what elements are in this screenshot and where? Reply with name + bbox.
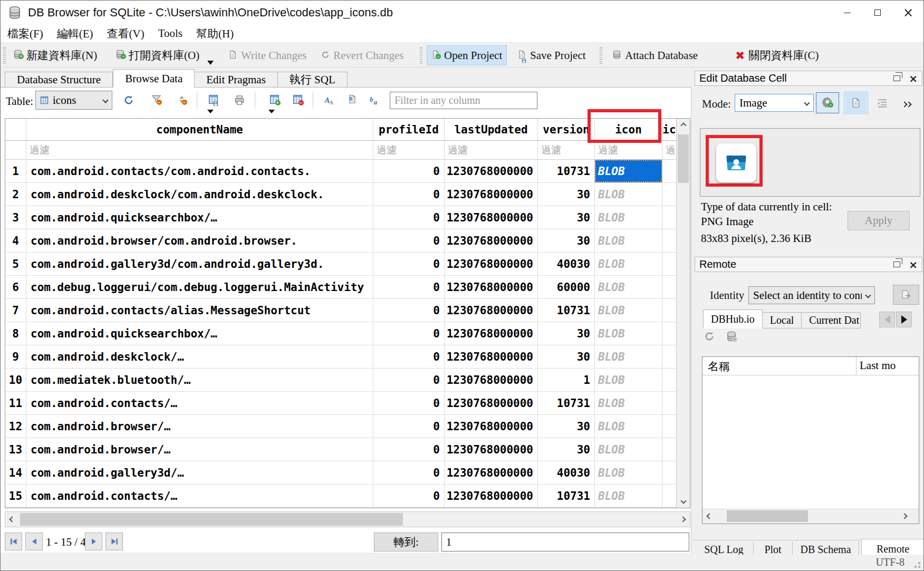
table-selector[interactable]: icons <box>35 91 112 110</box>
identity-upload-button[interactable] <box>893 285 919 305</box>
filter-cell[interactable] <box>538 141 595 159</box>
cell-componentName[interactable]: com.android.contacts/alias.MessageShortc… <box>26 299 373 322</box>
scroll-up-button[interactable] <box>677 119 690 132</box>
close-dock-icon[interactable]: × <box>909 258 918 271</box>
cell-lastUpdated[interactable]: 1230768000000 <box>445 253 538 275</box>
cell-clipped[interactable] <box>662 461 676 484</box>
cell-lastUpdated[interactable]: 1230768000000 <box>445 322 538 345</box>
row-number-cell[interactable]: 15 <box>5 485 26 507</box>
cell-clipped[interactable] <box>662 299 676 322</box>
cell-version[interactable]: 10731 <box>538 392 595 414</box>
cell-version[interactable]: 30 <box>538 438 595 461</box>
cell-icon-blob[interactable]: BLOB <box>595 299 662 322</box>
delete-record-button[interactable]: − <box>290 92 305 109</box>
column-header-icon[interactable]: icon <box>595 119 662 140</box>
cell-lastUpdated[interactable]: 1230768000000 <box>445 160 538 182</box>
toolbar-grip[interactable] <box>420 47 422 64</box>
remote-column-name[interactable]: 名稱 <box>702 357 856 375</box>
cell-version[interactable]: 30 <box>538 415 595 438</box>
next-page-button[interactable] <box>85 533 102 550</box>
float-dock-icon[interactable] <box>893 262 900 267</box>
cell-profileId[interactable]: 0 <box>373 438 445 461</box>
cell-icon-blob[interactable]: BLOB <box>595 276 662 298</box>
cell-componentName[interactable]: com.debug.loggerui/com.debug.loggerui.Ma… <box>26 276 373 298</box>
cell-version[interactable]: 40030 <box>538 461 595 484</box>
save-table-button[interactable] <box>205 92 221 109</box>
filter-componentName-input[interactable] <box>26 141 373 159</box>
tab-local[interactable]: Local <box>763 312 802 328</box>
cell-icon-blob[interactable]: BLOB <box>595 183 662 206</box>
previous-page-button[interactable] <box>25 533 43 550</box>
filter-version-input[interactable] <box>538 141 594 159</box>
revert-changes-button[interactable]: Revert Changes <box>317 45 408 65</box>
clear-filters-button[interactable]: − <box>148 92 164 109</box>
cell-profileId[interactable]: 0 <box>373 369 445 391</box>
filter-cell[interactable] <box>26 141 373 159</box>
cell-icon-blob[interactable]: BLOB <box>595 206 662 229</box>
cell-lastUpdated[interactable]: 1230768000000 <box>445 299 538 322</box>
new-database-button[interactable]: + 新建資料庫(N) <box>9 45 101 65</box>
cell-componentName[interactable]: com.android.deskclock/… <box>26 345 373 368</box>
open-database-dropdown-arrow[interactable] <box>207 61 214 65</box>
cell-version[interactable]: 30 <box>538 345 595 368</box>
close-dock-icon[interactable]: × <box>909 72 918 85</box>
cell-version[interactable]: 30 <box>538 206 595 229</box>
cell-icon-blob[interactable]: BLOB <box>595 438 662 461</box>
cell-clipped[interactable] <box>662 485 676 507</box>
remote-column-last-modified[interactable]: Last mo <box>856 357 919 375</box>
cell-componentName[interactable]: com.android.quicksearchbox/… <box>26 206 373 229</box>
cell-icon-blob[interactable]: BLOB <box>595 415 662 438</box>
import-data-button[interactable]: › <box>816 92 839 113</box>
column-header-profileId[interactable]: profileId <box>373 119 445 140</box>
row-number-cell[interactable]: 12 <box>5 415 26 438</box>
column-header-clipped[interactable]: ic <box>662 119 676 140</box>
cell-profileId[interactable]: 0 <box>373 415 445 438</box>
apply-button[interactable]: Apply <box>848 211 910 230</box>
row-number-cell[interactable]: 2 <box>5 183 26 206</box>
cell-version[interactable]: 30 <box>538 229 595 252</box>
cell-profileId[interactable]: 0 <box>373 392 445 414</box>
tab-scroll-right-button[interactable] <box>896 312 912 327</box>
cell-profileId[interactable]: 0 <box>373 461 445 484</box>
resize-grip[interactable] <box>918 566 920 568</box>
tab-execute-sql[interactable]: 執行 SQL <box>278 72 348 88</box>
cell-clipped[interactable] <box>662 160 676 182</box>
cell-profileId[interactable]: 0 <box>373 276 445 298</box>
cell-lastUpdated[interactable]: 1230768000000 <box>445 183 538 206</box>
scroll-right-button[interactable] <box>676 512 690 527</box>
row-number-cell[interactable]: 1 <box>5 160 26 182</box>
cell-icon-blob[interactable]: BLOB <box>595 229 662 252</box>
tab-browse-data[interactable]: Browse Data <box>113 69 195 88</box>
write-changes-button[interactable]: Write Changes <box>224 45 311 65</box>
cell-clipped[interactable] <box>662 253 676 275</box>
cell-lastUpdated[interactable]: 1230768000000 <box>445 438 538 461</box>
encoding-button[interactable]: # <box>344 92 360 109</box>
cell-profileId[interactable]: 0 <box>373 322 445 345</box>
menu-view[interactable]: 查看(V) <box>100 26 151 41</box>
cell-version[interactable]: 40030 <box>538 253 595 275</box>
cell-clipped[interactable] <box>662 229 676 252</box>
cell-clipped[interactable] <box>662 322 676 345</box>
filter-clipped-input[interactable] <box>662 141 676 159</box>
cell-componentName[interactable]: com.android.browser/… <box>26 415 373 438</box>
refresh-table-button[interactable] <box>121 92 137 109</box>
vertical-scrollbar[interactable] <box>676 119 690 508</box>
cell-icon-blob[interactable]: BLOB <box>595 461 662 484</box>
cell-componentName[interactable]: com.android.deskclock/com.android.deskcl… <box>26 183 373 206</box>
tab-current-database[interactable]: Current Dat <box>802 312 861 328</box>
cell-icon-blob[interactable]: BLOB <box>595 392 662 414</box>
text-view-button[interactable] <box>843 91 869 114</box>
toolbar-grip[interactable] <box>3 47 6 64</box>
cell-lastUpdated[interactable]: 1230768000000 <box>445 392 538 414</box>
goto-record-input[interactable] <box>441 533 689 551</box>
cell-componentName[interactable]: com.android.gallery3d/com.android.galler… <box>26 253 373 275</box>
cell-profileId[interactable]: 0 <box>373 485 445 507</box>
goto-button[interactable]: 轉到: <box>374 533 438 551</box>
filter-any-column-input[interactable] <box>390 92 537 109</box>
cell-componentName[interactable]: com.android.quicksearchbox/… <box>26 322 373 345</box>
cell-icon-blob[interactable]: BLOB <box>595 369 662 391</box>
float-dock-icon[interactable] <box>893 75 900 81</box>
horizontal-scrollbar[interactable] <box>5 511 690 527</box>
cell-icon-blob[interactable]: BLOB <box>595 322 662 345</box>
cell-componentName[interactable]: com.android.browser/… <box>26 438 373 461</box>
